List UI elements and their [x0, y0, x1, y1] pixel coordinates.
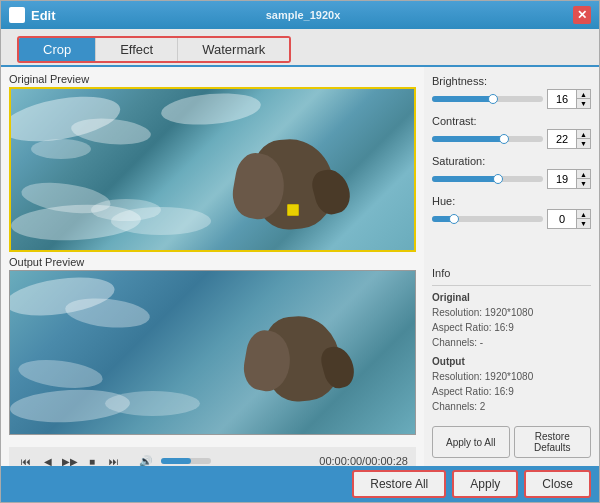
play-button[interactable]: ▶▶ — [61, 452, 79, 466]
spacer1 — [432, 235, 591, 238]
saturation-slider[interactable] — [432, 176, 543, 182]
close-button[interactable]: Close — [524, 470, 591, 498]
title-bar: Edit sample_1920x ✕ — [1, 1, 599, 29]
output-ocean — [10, 271, 415, 434]
brightness-value: 16 — [548, 90, 576, 108]
original-channels: Channels: - — [432, 335, 591, 350]
contrast-fill — [432, 136, 504, 142]
stop-button[interactable]: ■ — [83, 452, 101, 466]
brightness-label: Brightness: — [432, 75, 591, 87]
right-panel: Brightness: 16 ▲ ▼ — [424, 67, 599, 466]
hue-slider-row: 0 ▲ ▼ — [432, 209, 591, 229]
output-preview-image — [9, 270, 416, 435]
brightness-slider-row: 16 ▲ ▼ — [432, 89, 591, 109]
tab-watermark[interactable]: Watermark — [178, 38, 289, 61]
original-aspect: Aspect Ratio: 16:9 — [432, 320, 591, 335]
original-info-label: Original — [432, 290, 591, 305]
content-area: Original Preview — [1, 67, 599, 466]
brightness-spinner: 16 ▲ ▼ — [547, 89, 591, 109]
original-preview-label: Original Preview — [9, 73, 416, 85]
skip-back-button[interactable]: ⏮ — [17, 452, 35, 466]
restore-all-button[interactable]: Restore All — [352, 470, 446, 498]
hue-value: 0 — [548, 210, 576, 228]
contrast-label: Contrast: — [432, 115, 591, 127]
skip-forward-button[interactable]: ⏭ — [105, 452, 123, 466]
original-ocean — [11, 89, 414, 250]
output-preview-label: Output Preview — [9, 256, 416, 268]
original-resolution: Resolution: 1920*1080 — [432, 305, 591, 320]
spacer3 — [432, 250, 591, 253]
tab-group: Crop Effect Watermark — [17, 36, 291, 63]
close-window-button[interactable]: ✕ — [573, 6, 591, 24]
hue-spinner-buttons: ▲ ▼ — [576, 210, 590, 228]
brightness-up-button[interactable]: ▲ — [576, 90, 590, 99]
saturation-label: Saturation: — [432, 155, 591, 167]
hue-control: Hue: 0 ▲ ▼ — [432, 195, 591, 229]
hue-spinner: 0 ▲ ▼ — [547, 209, 591, 229]
tab-effect[interactable]: Effect — [96, 38, 178, 61]
original-preview-image — [9, 87, 416, 252]
transport-bar: ⏮ ◀ ▶▶ ■ ⏭ 🔊 00:00:00/00:00:28 — [9, 447, 416, 466]
hue-thumb[interactable] — [449, 214, 459, 224]
volume-fill — [161, 458, 191, 464]
apply-to-all-button[interactable]: Apply to All — [432, 426, 510, 458]
output-aspect: Aspect Ratio: 16:9 — [432, 384, 591, 399]
contrast-control: Contrast: 22 ▲ ▼ — [432, 115, 591, 149]
contrast-value: 22 — [548, 130, 576, 148]
edit-window: Edit sample_1920x ✕ Crop Effect Watermar… — [0, 0, 600, 503]
hue-label: Hue: — [432, 195, 591, 207]
contrast-down-button[interactable]: ▼ — [576, 139, 590, 148]
spacer2 — [432, 242, 591, 245]
spacer4 — [432, 257, 591, 260]
saturation-spinner: 19 ▲ ▼ — [547, 169, 591, 189]
tab-bar: Crop Effect Watermark — [1, 29, 599, 67]
brightness-fill — [432, 96, 493, 102]
output-info-label: Output — [432, 354, 591, 369]
bottom-bar: Restore All Apply Close — [1, 466, 599, 502]
restore-defaults-button[interactable]: Restore Defaults — [514, 426, 592, 458]
contrast-slider-row: 22 ▲ ▼ — [432, 129, 591, 149]
saturation-slider-row: 19 ▲ ▼ — [432, 169, 591, 189]
hue-down-button[interactable]: ▼ — [576, 219, 590, 228]
saturation-down-button[interactable]: ▼ — [576, 179, 590, 188]
brightness-spinner-buttons: ▲ ▼ — [576, 90, 590, 108]
output-resolution: Resolution: 1920*1080 — [432, 369, 591, 384]
output-channels: Channels: 2 — [432, 399, 591, 414]
brightness-slider[interactable] — [432, 96, 543, 102]
file-name: sample_1920x — [266, 9, 341, 21]
brightness-thumb[interactable] — [488, 94, 498, 104]
saturation-value: 19 — [548, 170, 576, 188]
hue-slider[interactable] — [432, 216, 543, 222]
apply-button[interactable]: Apply — [452, 470, 518, 498]
output-preview-section: Output Preview — [9, 256, 416, 435]
saturation-thumb[interactable] — [493, 174, 503, 184]
contrast-up-button[interactable]: ▲ — [576, 130, 590, 139]
window-title: Edit — [31, 8, 264, 23]
tab-crop[interactable]: Crop — [19, 38, 96, 61]
info-title: Info — [432, 265, 591, 282]
contrast-spinner-buttons: ▲ ▼ — [576, 130, 590, 148]
app-icon — [9, 7, 25, 23]
saturation-control: Saturation: 19 ▲ ▼ — [432, 155, 591, 189]
saturation-fill — [432, 176, 499, 182]
prev-frame-button[interactable]: ◀ — [39, 452, 57, 466]
info-section: Info Original Resolution: 1920*1080 Aspe… — [432, 265, 591, 415]
hue-up-button[interactable]: ▲ — [576, 210, 590, 219]
preview-panel: Original Preview — [1, 67, 424, 466]
contrast-thumb[interactable] — [499, 134, 509, 144]
original-preview-section: Original Preview — [9, 73, 416, 252]
secondary-buttons: Apply to All Restore Defaults — [432, 426, 591, 458]
contrast-slider[interactable] — [432, 136, 543, 142]
volume-icon: 🔊 — [139, 455, 153, 467]
marker — [287, 204, 299, 216]
brightness-control: Brightness: 16 ▲ ▼ — [432, 75, 591, 109]
saturation-spinner-buttons: ▲ ▼ — [576, 170, 590, 188]
brightness-down-button[interactable]: ▼ — [576, 99, 590, 108]
contrast-spinner: 22 ▲ ▼ — [547, 129, 591, 149]
time-display: 00:00:00/00:00:28 — [215, 455, 408, 466]
saturation-up-button[interactable]: ▲ — [576, 170, 590, 179]
volume-slider[interactable] — [161, 458, 211, 464]
section-divider1 — [432, 285, 591, 286]
